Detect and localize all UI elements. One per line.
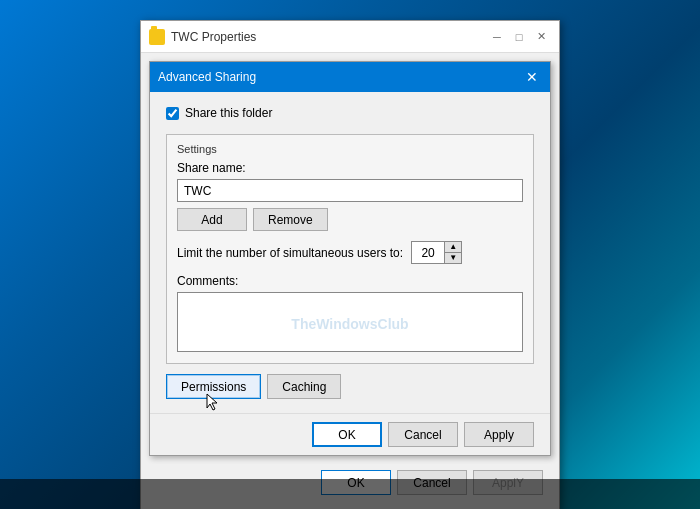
comments-area-wrapper: TheWindowsClub [177, 292, 523, 355]
users-limit-label: Limit the number of simultaneous users t… [177, 246, 403, 260]
perm-caching-row: Permissions Caching [166, 374, 534, 399]
inner-title-bar: Advanced Sharing ✕ [150, 62, 550, 92]
add-remove-row: Add Remove [177, 208, 523, 231]
share-checkbox[interactable] [166, 107, 179, 120]
settings-group-label: Settings [177, 143, 523, 155]
remove-button[interactable]: Remove [253, 208, 328, 231]
settings-group: Settings Share name: Add Remove Limit th… [166, 134, 534, 364]
users-limit-row: Limit the number of simultaneous users t… [177, 241, 523, 264]
dialog-ok-button[interactable]: OK [312, 422, 382, 447]
share-name-input[interactable] [177, 179, 523, 202]
dialog-cancel-button[interactable]: Cancel [388, 422, 458, 447]
folder-icon [149, 29, 165, 45]
minimize-button[interactable]: ─ [487, 27, 507, 47]
inner-title-text: Advanced Sharing [158, 70, 256, 84]
inner-dialog: Advanced Sharing ✕ Share this folder Set… [149, 61, 551, 456]
close-button[interactable]: ✕ [531, 27, 551, 47]
title-controls: ─ □ ✕ [487, 27, 551, 47]
permissions-wrapper: Permissions [166, 374, 261, 399]
users-spinner-input[interactable] [412, 242, 444, 263]
comments-textarea[interactable] [177, 292, 523, 352]
spinner-arrows: ▲ ▼ [444, 242, 461, 263]
taskbar [0, 479, 700, 509]
spinner-down-button[interactable]: ▼ [445, 252, 461, 263]
outer-title-text: TWC Properties [171, 30, 256, 44]
permissions-button[interactable]: Permissions [166, 374, 261, 399]
dialog-body: Share this folder Settings Share name: A… [150, 92, 550, 413]
maximize-button[interactable]: □ [509, 27, 529, 47]
inner-close-button[interactable]: ✕ [522, 67, 542, 87]
outer-title-bar: TWC Properties ─ □ ✕ [141, 21, 559, 53]
dialog-bottom-buttons: OK Cancel Apply [150, 413, 550, 455]
title-bar-left: TWC Properties [149, 29, 256, 45]
share-checkbox-label: Share this folder [185, 106, 272, 120]
dialog-apply-button[interactable]: Apply [464, 422, 534, 447]
share-checkbox-row: Share this folder [166, 106, 534, 120]
add-button[interactable]: Add [177, 208, 247, 231]
share-name-label: Share name: [177, 161, 523, 175]
comments-label: Comments: [177, 274, 523, 288]
users-spinner: ▲ ▼ [411, 241, 462, 264]
spinner-up-button[interactable]: ▲ [445, 242, 461, 252]
outer-window: TWC Properties ─ □ ✕ Advanced Sharing ✕ … [140, 20, 560, 509]
outer-content: Advanced Sharing ✕ Share this folder Set… [141, 53, 559, 509]
caching-button[interactable]: Caching [267, 374, 341, 399]
